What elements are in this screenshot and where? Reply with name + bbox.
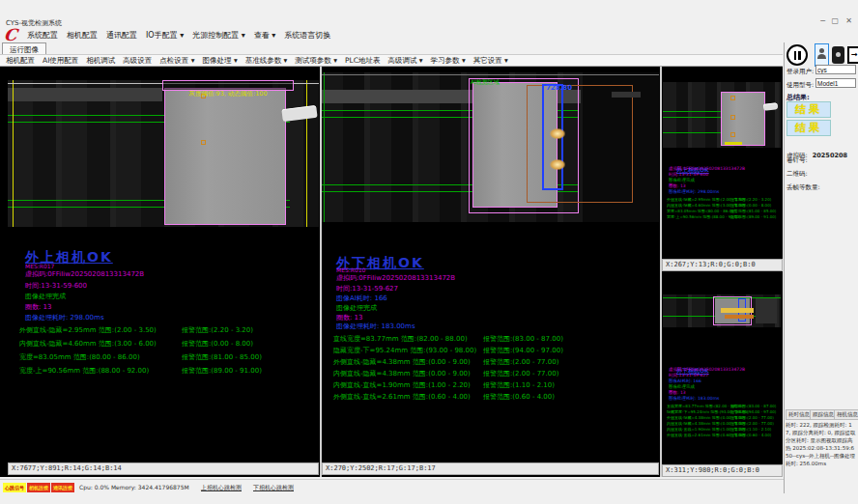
panel-tab-time-info[interactable]: 耗时信息 <box>786 409 813 420</box>
menu-bar: 系统配置 相机配置 通讯配置 IO手配置 ▾ 光源控制配置 ▾ 查看 ▾ 系统语… <box>27 27 330 42</box>
left-coord-bar: X:7677;Y:891;R:14;G:14;B:14 <box>8 462 319 475</box>
settings-button[interactable] <box>832 46 844 64</box>
upper-camera-heartbeat-link[interactable]: 上相机心跳检测 <box>201 484 242 492</box>
cell-region <box>164 88 286 225</box>
toolbar-image-process[interactable]: 图像处理 ▾ <box>203 56 238 66</box>
menu-comm-config[interactable]: 通讯配置 <box>106 30 137 41</box>
toolbar-baseline-params[interactable]: 基准线参数 ▾ <box>245 56 288 66</box>
center-done: 图像处理完成 <box>336 303 377 313</box>
toolbar-ai-config[interactable]: AI使用配置 <box>43 56 78 66</box>
toolbar-test-params[interactable]: 测试项参数 ▾ <box>295 56 337 66</box>
measurement-alarm: 报警范围:(0.00 - 8.00) <box>182 339 253 349</box>
left-camera-image[interactable]: 灰度阈值:93, 动态阈值:100 <box>8 80 319 227</box>
mini2-ai-time: 图像AI耗时: 166 <box>669 378 701 383</box>
measurement-alarm: 报警范围:(83.00 - 87.00) <box>730 404 776 408</box>
menu-view[interactable]: 查看 ▾ <box>254 30 276 41</box>
left-done: 图像处理完成 <box>25 292 66 301</box>
measurement-alarm: 报警范围:(2.00 - 77.00) <box>483 357 558 367</box>
center-camera-image[interactable]: AI检测区域 728.80 <box>322 72 659 222</box>
ai-region-label: AI检测区域 <box>471 78 500 87</box>
center-mes-line: MES:R010 <box>336 266 365 273</box>
mini2-turns: 圈数: 13 <box>669 390 686 395</box>
panel-log-text[interactable]: 耗时: 222, 跟踪检测耗时: 17, 跟踪分离耗时: 0, 跟踪提取分区耗时… <box>786 421 856 467</box>
mini1-coord-text: X:267;Y:13;R:0;G:0;B:0 <box>666 261 756 268</box>
model-label: 使用型号: <box>786 81 814 90</box>
toolbar-camera-config[interactable]: 相机配置 <box>6 56 35 66</box>
threshold-overlay: 灰度阈值:93, 动态阈值:100 <box>162 80 294 91</box>
measurement-alarm: 报警范围:(89.00 - 91.00) <box>182 366 262 376</box>
toolbar-plc-table[interactable]: PLC地址表 <box>345 56 380 66</box>
mini-lower-camera-image[interactable] <box>663 294 781 327</box>
machinery-detail <box>756 298 777 323</box>
menu-light-config[interactable]: 光源控制配置 ▾ <box>192 30 245 41</box>
person-icon <box>819 48 824 53</box>
mini-upper-camera-image[interactable] <box>663 82 781 148</box>
cpu-memory-text: Cpu: 0.0% Memory: 3424.41796875M <box>79 484 189 490</box>
menu-io-config[interactable]: IO手配置 ▾ <box>146 30 184 41</box>
mini1-barcode: 虚拟码:0FFiIiw2025020813313472B <box>669 166 745 171</box>
menu-camera-config[interactable]: 相机配置 <box>67 30 98 41</box>
measurement-alarm: 报警范围:(94.00 - 97.00) <box>730 409 776 414</box>
mini2-coord-bar: X:311;Y:980;R:0;G:0;B:0 <box>662 464 783 477</box>
toolbar-other-settings[interactable]: 其它设置 ▾ <box>473 56 508 66</box>
pause-icon <box>794 51 797 60</box>
qr-label: 二维码: <box>786 170 808 179</box>
mark-square <box>201 140 206 145</box>
close-button[interactable]: ✕ <box>845 16 852 26</box>
status-bar: 心跳信号 相机连接 通讯连接 Cpu: 0.0% Memory: 3424.41… <box>0 479 784 493</box>
highlight-spot <box>550 128 565 139</box>
menu-system-config[interactable]: 系统配置 <box>27 30 58 41</box>
measurement-value: 内侧直线-直线=1.90mm 范围:(1.00 - 2.20) <box>333 380 471 390</box>
model-input[interactable] <box>815 78 856 88</box>
view-separator <box>660 67 662 477</box>
app-logo-icon: C <box>3 25 18 44</box>
measurement-alarm: 报警范围:(81.00 - 85.00) <box>730 209 776 213</box>
toolbar-camera-debug[interactable]: 相机调试 <box>86 56 115 66</box>
left-mes-line: MES:R017 <box>25 263 54 269</box>
measurement-alarm: 报警范围:(1.10 - 2.10) <box>730 427 771 432</box>
left-barcode: 虚拟码:0FFiIiw2025020813313472B <box>25 269 144 279</box>
toolbar-advanced-debug[interactable]: 高级调试 ▾ <box>387 56 422 66</box>
user-login-button[interactable] <box>815 43 829 67</box>
measurement-value: 外侧直线-隐藏=2.95mm 范围:(2.00 - 3.50) <box>19 325 157 335</box>
center-time: 时间:13-31-59-627 <box>336 284 398 294</box>
pause-button[interactable] <box>786 44 808 66</box>
left-coord-text: X:7677;Y:891;R:14;G:14;B:14 <box>12 464 122 472</box>
measurement-value: 内侧直线-隐藏=4.38mm 范围:(0.00 - 9.00) <box>333 369 471 378</box>
cell-region <box>721 92 765 146</box>
measurement-alarm: 报警范围:(0.60 - 4.00) <box>483 392 555 402</box>
mark-yellow <box>725 142 742 145</box>
login-user-input[interactable] <box>815 65 856 74</box>
measurement-value: 宽度=83.05mm 范围:(80.00 - 86.00) <box>19 352 140 362</box>
lower-camera-heartbeat-link[interactable]: 下相机心跳检测 <box>253 484 294 492</box>
measurement-alarm: 报警范围:(89.00 - 91.00) <box>730 214 776 219</box>
left-elapsed: 图像处理耗时: 298.00ms <box>25 313 104 322</box>
highlight-spot <box>550 159 565 170</box>
minimize-button[interactable]: ─ <box>820 16 825 26</box>
toolbar-learn-params[interactable]: 学习参数 ▾ <box>431 56 466 66</box>
measurement-value: 隐藏宽度-下=95.24mm 范围:(93.00 - 98.00) <box>333 346 476 355</box>
measurement-value: 外侧直线-直线=2.61mm 范围:(0.60 - 4.00) <box>333 392 471 402</box>
mini1-coord-bar: X:267;Y:13;R:0;G:0;B:0 <box>662 259 783 271</box>
measurement-alarm: 报警范围:(2.20 - 3.20) <box>182 325 253 335</box>
center-barcode: 虚拟码:0FFiIiw2025020813313472B <box>336 273 455 283</box>
camera-status-badge: 相机连接 <box>27 483 50 492</box>
panel-tab-track-info[interactable]: 跟踪信息 <box>810 409 837 420</box>
menu-language[interactable]: 系统语言切换 <box>284 30 330 41</box>
blue-measure-value: 728.80 <box>546 84 572 92</box>
measurement-alarm: 报警范围:(0.00 - 8.00) <box>730 203 771 208</box>
toolbar-advanced-settings[interactable]: 高级设置 <box>123 56 152 66</box>
login-user-label: 登录用户: <box>786 68 814 76</box>
toolbar-spot-check[interactable]: 点检设置 ▾ <box>159 56 194 66</box>
maximize-button[interactable]: ▢ <box>831 16 839 26</box>
toolbar: 相机配置 AI使用配置 相机调试 高级设置 点检设置 ▾ 图像处理 ▾ 基准线参… <box>0 54 783 67</box>
threshold-overlay-text: 灰度阈值:93, 动态阈值:100 <box>188 90 267 98</box>
panel-barcode-value: 20250208 <box>813 152 847 159</box>
lost-frames-label: 丢帧等数量: <box>786 183 820 192</box>
exit-button[interactable]: → <box>847 46 858 64</box>
measurement-alarm: 报警范围:(2.00 - 77.00) <box>730 415 774 420</box>
mini2-done: 图像处理完成 <box>669 384 695 389</box>
mini1-done: 图像处理完成 <box>669 178 695 182</box>
panel-tab-camera-info[interactable]: 相机信息 <box>834 409 858 420</box>
measurement-value: 直线宽度=83.77mm 范围:(82.00 - 88.00) <box>333 334 468 344</box>
